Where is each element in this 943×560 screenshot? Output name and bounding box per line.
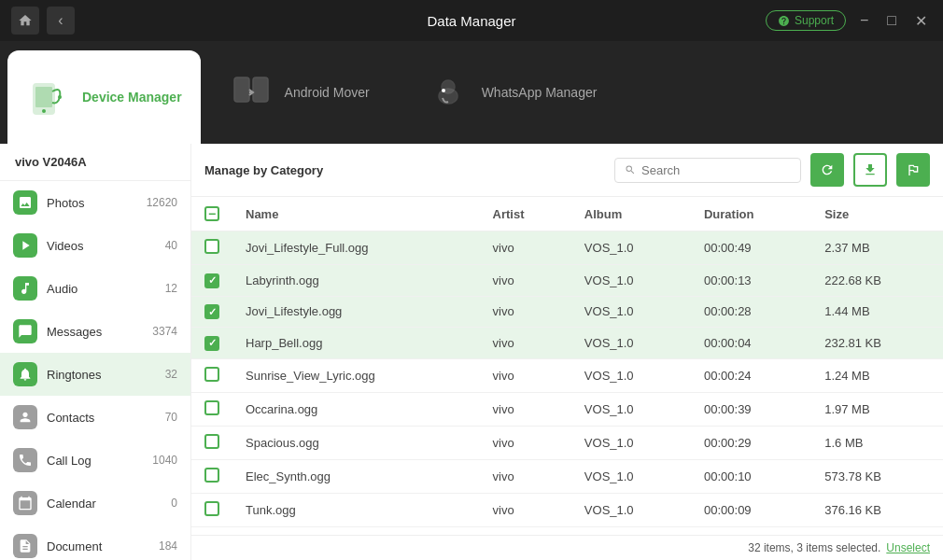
cell-size: 1.24 MB <box>811 358 943 392</box>
table-row[interactable]: Jovi_Lifestyle_Full.ogg vivo VOS_1.0 00:… <box>191 231 943 265</box>
cell-artist: vivo <box>480 392 571 426</box>
sidebar-item-label: Calendar <box>47 497 162 511</box>
table-row[interactable]: ✓ Jovi_Lifestyle.ogg vivo VOS_1.0 00:00:… <box>191 296 943 328</box>
sidebar-item-count: 12 <box>165 282 177 295</box>
col-album: Album <box>571 197 691 231</box>
table-row[interactable]: ✓ Harp_Bell.ogg vivo VOS_1.0 00:00:04 23… <box>191 328 943 359</box>
cell-artist: vivo <box>480 493 571 526</box>
checkbox-cell <box>191 392 232 426</box>
sidebar-item-count: 1040 <box>152 454 177 467</box>
cell-artist: vivo <box>480 358 571 392</box>
refresh-button[interactable] <box>810 153 844 187</box>
titlebar-right: Support − □ ✕ <box>766 10 932 32</box>
sidebar-item-messages[interactable]: Messages 3374 <box>0 310 190 353</box>
row-checkbox[interactable]: ✓ <box>204 304 219 319</box>
table-row[interactable]: Occarina.ogg vivo VOS_1.0 00:00:39 1.97 … <box>191 392 943 426</box>
table-row[interactable]: ✓ Labyrinth.ogg vivo VOS_1.0 00:00:13 22… <box>191 265 943 297</box>
svg-rect-4 <box>234 77 249 102</box>
row-checkbox[interactable]: ✓ <box>204 336 219 351</box>
svg-rect-5 <box>253 77 268 102</box>
tab-device-manager-label: Device Manager <box>82 90 182 105</box>
cell-size: 1.44 MB <box>811 296 943 328</box>
calendar-icon <box>13 491 37 515</box>
row-checkbox[interactable] <box>204 434 219 449</box>
support-button[interactable]: Support <box>766 10 846 31</box>
cell-artist: vivo <box>480 426 571 459</box>
cell-duration: 00:00:13 <box>691 265 811 297</box>
sidebar-item-calendar[interactable]: Calendar 0 <box>0 482 190 525</box>
sidebar-item-label: Ringtones <box>47 368 156 382</box>
messages-icon <box>13 319 37 343</box>
toolbar: Manage by Category <box>191 144 943 197</box>
checkbox-cell: ✓ <box>191 265 232 297</box>
tab-whatsapp-manager[interactable]: WhatsApp Manager <box>398 41 626 144</box>
col-artist: Artist <box>480 197 571 231</box>
sidebar-item-contacts[interactable]: Contacts 70 <box>0 396 190 439</box>
cell-name: Elec_Synth.ogg <box>232 459 480 493</box>
sidebar-item-calllog[interactable]: Call Log 1040 <box>0 439 190 482</box>
calllog-icon <box>13 448 37 472</box>
table-container: − Name Artist Album Duration Size Jovi_L… <box>191 197 943 535</box>
sidebar: vivo V2046A Photos 12620 Videos 40 Audio… <box>0 144 191 560</box>
main-area: vivo V2046A Photos 12620 Videos 40 Audio… <box>0 144 943 560</box>
checkbox-cell <box>191 358 232 392</box>
sidebar-item-photos[interactable]: Photos 12620 <box>0 181 190 224</box>
cell-name: Occarina.ogg <box>232 392 480 426</box>
cell-size: 1.97 MB <box>811 392 943 426</box>
row-checkbox[interactable]: ✓ <box>204 273 219 288</box>
row-checkbox[interactable] <box>204 239 219 254</box>
back-button[interactable]: ‹ <box>47 7 75 35</box>
table-row[interactable]: Elec_Synth.ogg vivo VOS_1.0 00:00:10 573… <box>191 459 943 493</box>
sidebar-item-count: 12620 <box>147 196 177 209</box>
checkbox-cell <box>191 459 232 493</box>
export-button[interactable] <box>853 153 887 187</box>
cell-album: VOS_1.0 <box>571 459 691 493</box>
table-header-row: − Name Artist Album Duration Size <box>191 197 943 231</box>
row-checkbox[interactable] <box>204 468 219 483</box>
svg-point-3 <box>58 95 62 99</box>
sidebar-item-videos[interactable]: Videos 40 <box>0 224 190 267</box>
cell-size: 1.6 MB <box>811 426 943 459</box>
cell-album: VOS_1.0 <box>571 392 691 426</box>
sidebar-item-document[interactable]: Document 184 <box>0 525 190 560</box>
svg-point-8 <box>442 89 445 92</box>
cell-size: 573.78 KB <box>811 459 943 493</box>
cell-duration: 00:00:10 <box>691 459 811 493</box>
search-input[interactable] <box>641 163 791 177</box>
cell-duration: 00:00:39 <box>691 392 811 426</box>
col-duration: Duration <box>691 197 811 231</box>
row-checkbox[interactable] <box>204 367 219 382</box>
row-checkbox[interactable] <box>204 501 219 516</box>
cell-name: Harp_Bell.ogg <box>232 328 480 359</box>
sidebar-item-count: 40 <box>165 239 177 252</box>
search-box <box>614 158 801 183</box>
minimize-button[interactable]: − <box>855 10 873 31</box>
tab-device-manager[interactable]: Device Manager <box>7 50 201 144</box>
ringtones-table: − Name Artist Album Duration Size Jovi_L… <box>191 197 943 527</box>
add-button[interactable] <box>896 153 930 187</box>
select-all-header[interactable]: − <box>191 197 232 231</box>
titlebar: ‹ Data Manager Support − □ ✕ <box>0 0 943 41</box>
cell-duration: 00:00:28 <box>691 296 811 328</box>
table-row[interactable]: Sunrise_View_Lyric.ogg vivo VOS_1.0 00:0… <box>191 358 943 392</box>
table-row[interactable]: Spacious.ogg vivo VOS_1.0 00:00:29 1.6 M… <box>191 426 943 459</box>
sidebar-item-label: Videos <box>47 239 156 253</box>
cell-size: 2.37 MB <box>811 231 943 265</box>
videos-icon <box>13 233 37 258</box>
tab-android-mover[interactable]: Android Mover <box>201 41 398 144</box>
titlebar-left: ‹ <box>11 7 75 35</box>
row-checkbox[interactable] <box>204 400 219 415</box>
home-button[interactable] <box>11 7 39 35</box>
checkbox-cell <box>191 231 232 265</box>
maximize-button[interactable]: □ <box>882 10 901 31</box>
sidebar-item-audio[interactable]: Audio 12 <box>0 267 190 310</box>
cell-artist: vivo <box>480 328 571 359</box>
device-name: vivo V2046A <box>0 144 190 181</box>
table-row[interactable]: Tunk.ogg vivo VOS_1.0 00:00:09 376.16 KB <box>191 493 943 526</box>
checkbox-cell: ✓ <box>191 296 232 328</box>
cell-size: 232.81 KB <box>811 328 943 359</box>
unselect-link[interactable]: Unselect <box>886 541 930 554</box>
close-button[interactable]: ✕ <box>910 10 932 32</box>
sidebar-item-ringtones[interactable]: Ringtones 32 <box>0 353 190 396</box>
cell-artist: vivo <box>480 296 571 328</box>
